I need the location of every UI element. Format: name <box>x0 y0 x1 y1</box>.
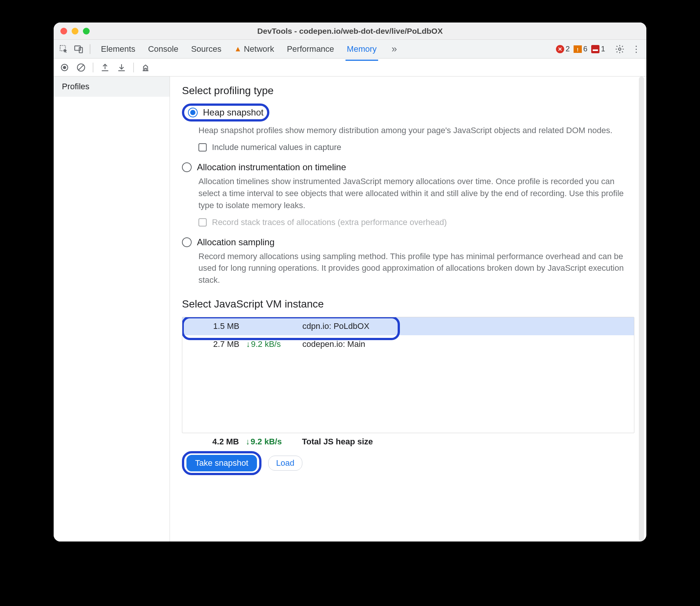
issue-count-badge[interactable]: ▬ 1 <box>591 45 605 53</box>
svg-point-5 <box>63 66 66 69</box>
radio-timeline[interactable] <box>182 162 192 172</box>
tab-memory[interactable]: Memory <box>347 41 377 57</box>
tab-console[interactable]: Console <box>148 41 179 57</box>
main-pane: Profiles Select profiling type Heap snap… <box>54 76 646 542</box>
tab-network-label: Network <box>244 44 274 54</box>
error-count: 2 <box>566 45 570 53</box>
panel-toolbar <box>54 58 646 76</box>
titlebar: DevTools - codepen.io/web-dot-dev/live/P… <box>54 22 646 40</box>
vm-rate-value: 9.2 kB/s <box>251 339 281 349</box>
window-title: DevTools - codepen.io/web-dot-dev/live/P… <box>54 27 646 36</box>
total-label: Total JS heap size <box>302 437 634 447</box>
take-snapshot-button[interactable]: Take snapshot <box>186 455 257 471</box>
kebab-menu-icon[interactable]: ⋮ <box>631 44 641 54</box>
include-numerical-checkbox-row[interactable]: Include numerical values in capture <box>198 142 634 152</box>
down-arrow-icon: ↓ <box>246 339 250 349</box>
vm-heading: Select JavaScript VM instance <box>182 298 634 310</box>
vm-name: codepen.io: Main <box>302 339 634 349</box>
tutorial-highlight-heap: Heap snapshot <box>182 104 269 122</box>
warning-triangle-icon <box>574 45 582 53</box>
toolbar-divider <box>93 63 93 72</box>
tab-performance[interactable]: Performance <box>287 41 334 57</box>
more-tabs-icon[interactable]: » <box>389 44 399 54</box>
error-icon: ✕ <box>556 45 564 53</box>
radio-heap[interactable] <box>188 108 198 117</box>
option-label: Heap snapshot <box>203 107 263 118</box>
upload-icon[interactable] <box>100 63 110 72</box>
option-heap-snapshot[interactable]: Heap snapshot Heap snapshot profiles sho… <box>182 104 634 152</box>
vm-instance-table: 1.5 MB cdpn.io: PoLdbOX 2.7 MB ↓9.2 kB/s… <box>182 317 634 433</box>
tab-sources[interactable]: Sources <box>191 41 221 57</box>
load-button[interactable]: Load <box>268 456 302 471</box>
vm-totals-row: 4.2 MB ↓9.2 kB/s Total JS heap size <box>182 437 634 447</box>
garbage-collect-icon[interactable] <box>141 63 150 72</box>
vm-row[interactable]: 2.7 MB ↓9.2 kB/s codepen.io: Main <box>182 335 634 353</box>
scrollbar[interactable] <box>639 76 644 542</box>
toolbar-divider-2 <box>133 63 134 72</box>
tab-network[interactable]: ▲Network <box>234 41 274 57</box>
total-rate: ↓9.2 kB/s <box>246 437 302 447</box>
devtools-tabbar: Elements Console Sources ▲Network Perfor… <box>54 40 646 58</box>
record-stack-traces-checkbox-row: Record stack traces of allocations (extr… <box>198 218 634 227</box>
minimize-window-icon[interactable] <box>72 28 78 34</box>
settings-gear-icon[interactable] <box>615 44 625 54</box>
option-desc: Allocation timelines show instrumented J… <box>198 176 634 212</box>
vm-row-selected[interactable]: 1.5 MB cdpn.io: PoLdbOX <box>182 317 634 335</box>
record-icon[interactable] <box>60 63 69 72</box>
total-rate-value: 9.2 kB/s <box>251 437 282 447</box>
vm-name: cdpn.io: PoLdbOX <box>302 321 634 331</box>
close-window-icon[interactable] <box>60 28 67 34</box>
svg-line-7 <box>79 65 84 70</box>
option-allocation-sampling[interactable]: Allocation sampling Record memory alloca… <box>182 237 634 286</box>
option-label: Allocation sampling <box>197 237 275 248</box>
window-frame: DevTools - codepen.io/web-dot-dev/live/P… <box>54 22 646 542</box>
inspect-element-icon[interactable] <box>59 44 69 54</box>
issue-count: 1 <box>601 45 605 53</box>
tab-elements[interactable]: Elements <box>101 41 135 57</box>
svg-point-3 <box>619 48 621 50</box>
vm-size: 1.5 MB <box>194 321 246 331</box>
checkbox-icon <box>198 218 207 226</box>
warning-icon: ▲ <box>234 45 242 53</box>
vm-rate: ↓9.2 kB/s <box>246 339 302 349</box>
option-desc: Heap snapshot profiles show memory distr… <box>198 124 634 136</box>
total-size: 4.2 MB <box>193 437 246 447</box>
option-desc: Record memory allocations using sampling… <box>198 250 634 286</box>
status-badges: ✕ 2 6 ▬ 1 <box>556 45 608 53</box>
down-arrow-icon: ↓ <box>246 437 250 447</box>
window-controls <box>54 28 90 34</box>
action-buttons: Take snapshot Load <box>182 451 634 475</box>
clear-icon[interactable] <box>76 63 86 72</box>
warning-count: 6 <box>583 45 587 53</box>
device-toolbar-icon[interactable] <box>74 44 84 54</box>
download-icon[interactable] <box>117 63 126 72</box>
error-count-badge[interactable]: ✕ 2 <box>556 45 570 53</box>
radio-sampling[interactable] <box>182 237 192 247</box>
issue-icon: ▬ <box>591 45 599 53</box>
vm-size: 2.7 MB <box>194 339 246 349</box>
warning-count-badge[interactable]: 6 <box>574 45 587 53</box>
zoom-window-icon[interactable] <box>83 28 90 34</box>
checkbox-label: Include numerical values in capture <box>212 142 341 152</box>
profiling-heading: Select profiling type <box>182 85 634 97</box>
option-label: Allocation instrumentation on timeline <box>197 162 346 172</box>
profiling-content: Select profiling type Heap snapshot Heap… <box>170 76 646 542</box>
profiles-sidebar: Profiles <box>54 76 170 542</box>
checkbox-label: Record stack traces of allocations (extr… <box>212 218 447 227</box>
tutorial-highlight-take-snapshot: Take snapshot <box>182 451 261 475</box>
checkbox-icon[interactable] <box>198 143 207 152</box>
sidebar-item-profiles[interactable]: Profiles <box>54 76 170 97</box>
option-allocation-timeline[interactable]: Allocation instrumentation on timeline A… <box>182 162 634 227</box>
